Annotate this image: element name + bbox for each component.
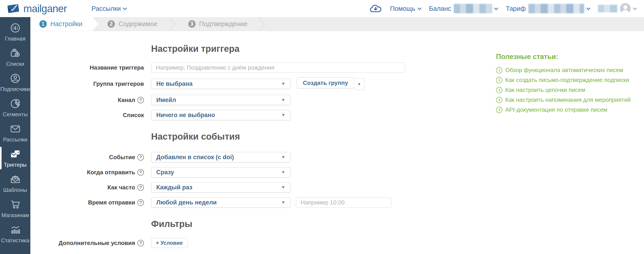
- subscribers-icon: [10, 73, 21, 84]
- statistics-icon: [10, 224, 21, 235]
- sidebar-nav: Главная Списки Подписчики Сег: [0, 17, 30, 254]
- list-label: Список: [30, 112, 151, 119]
- step-label: Настройки: [50, 20, 82, 28]
- caret-down-icon: ▼: [281, 200, 285, 205]
- useful-articles-panel: Полезные статьи: i Обзор функционала авт…: [496, 53, 644, 116]
- chevron-down-icon: [586, 6, 590, 10]
- sidebar-item-triggers[interactable]: Триггеры: [0, 145, 30, 171]
- step-separator: [168, 17, 179, 31]
- when-send-select[interactable]: Сразу ▼: [151, 167, 290, 177]
- when-send-label: Когда отправить ?: [30, 169, 151, 176]
- info-icon: i: [496, 107, 502, 113]
- article-link-label: Как настроить цепочки писем: [505, 87, 585, 93]
- articles-title: Полезные статьи:: [496, 53, 644, 61]
- tariff-menu[interactable]: Тариф: [506, 4, 590, 13]
- help-icon[interactable]: ?: [138, 184, 144, 191]
- help-icon[interactable]: ?: [138, 97, 144, 103]
- step-confirmation[interactable]: 3 Подтверждение: [179, 17, 258, 31]
- avatar-person-icon: [620, 3, 631, 14]
- mailganer-logo[interactable]: mailganer: [7, 3, 67, 15]
- article-link[interactable]: i Как настроить напоминания для мероприя…: [496, 96, 644, 103]
- info-icon: i: [496, 77, 502, 83]
- how-often-label: Как часто ?: [30, 184, 151, 191]
- tariff-label: Тариф: [506, 5, 526, 12]
- nav-mailings-label: Рассылки: [92, 5, 121, 12]
- selected-value: Не выбрана: [156, 80, 192, 87]
- lists-icon: [10, 48, 21, 59]
- trigger-name-input[interactable]: [151, 62, 405, 73]
- sidebar-item-templates[interactable]: Шаблоны: [0, 171, 30, 196]
- logo-text: mailganer: [24, 3, 67, 15]
- wizard-steps: 1 Настройки 2 Содержимое 3 Подтверждение: [30, 17, 644, 31]
- main-area: 1 Настройки 2 Содержимое 3 Подтверждение…: [30, 17, 644, 254]
- step-separator: [258, 17, 269, 31]
- article-link[interactable]: i Как создать письмо-подтверждение подпи…: [496, 77, 644, 84]
- balance-value-redacted: [454, 4, 492, 13]
- article-link[interactable]: i Обзор функционала автоматических писем: [496, 67, 644, 74]
- step-content[interactable]: 2 Содержимое: [98, 17, 168, 31]
- top-header: mailganer Рассылки Помощь Баланс Тариф: [0, 0, 644, 17]
- account-menu[interactable]: [598, 3, 636, 14]
- sidebar-item-shops[interactable]: Магазинам: [0, 196, 30, 221]
- balance-menu[interactable]: Баланс: [429, 4, 498, 13]
- row-event: Событие ? Добавлен в список (с doi) ▼: [30, 152, 644, 162]
- add-condition-button[interactable]: + Условие: [151, 238, 188, 248]
- sidebar-item-statistics[interactable]: Статистика: [0, 221, 30, 246]
- help-menu[interactable]: Помощь: [390, 5, 421, 12]
- info-icon: i: [496, 67, 502, 73]
- create-group-caret-button[interactable]: ▼: [354, 78, 364, 90]
- step-label: Содержимое: [118, 20, 158, 28]
- sidebar-item-subscribers[interactable]: Подписчики: [0, 70, 30, 95]
- row-how-often: Как часто ? Каждый раз ▼: [30, 182, 644, 192]
- step-settings[interactable]: 1 Настройки: [30, 17, 98, 31]
- chevron-down-icon: [494, 6, 498, 10]
- channel-select[interactable]: Имейл ▼: [151, 95, 290, 105]
- selected-value: Сразу: [156, 169, 174, 176]
- mailganer-logo-icon: [7, 3, 20, 14]
- help-icon[interactable]: ?: [138, 154, 144, 161]
- create-group-split-button: Создать группу ▼: [297, 78, 364, 90]
- help-icon[interactable]: ?: [138, 169, 144, 176]
- step-label: Подтверждение: [199, 20, 248, 28]
- help-icon[interactable]: ?: [138, 240, 144, 246]
- article-link[interactable]: i Как настроить цепочки писем: [496, 87, 644, 93]
- sidebar-item-mailings[interactable]: Рассылки: [0, 120, 30, 145]
- tariff-value-redacted: [528, 4, 584, 13]
- templates-icon: [10, 174, 21, 185]
- sidebar-item-lists[interactable]: Списки: [0, 45, 30, 70]
- section-title-event-settings: Настройки события: [151, 131, 644, 142]
- create-group-button[interactable]: Создать группу: [297, 78, 354, 88]
- event-select[interactable]: Добавлен в список (с doi) ▼: [151, 152, 290, 162]
- shopping-cart-icon: [10, 199, 21, 210]
- trigger-group-select[interactable]: Не выбрана ▼: [151, 79, 290, 89]
- row-conditions: Дополнительные условия ? + Условие: [30, 238, 644, 248]
- info-icon: i: [496, 97, 502, 103]
- chevron-down-icon: [633, 6, 637, 10]
- article-link-label: Обзор функционала автоматических писем: [505, 67, 623, 74]
- sidebar-item-label: Подписчики: [0, 86, 30, 92]
- help-menu-label: Помощь: [390, 5, 415, 12]
- article-link[interactable]: i API-документация по отправке писем: [496, 106, 644, 113]
- list-select[interactable]: Ничего не выбрано ▼: [151, 110, 290, 120]
- section-title-trigger-settings: Настройки триггера: [151, 44, 644, 54]
- how-often-select[interactable]: Каждый раз ▼: [151, 182, 290, 192]
- selected-value: Имейл: [156, 97, 176, 104]
- step-number-badge: 1: [39, 20, 47, 28]
- help-icon[interactable]: ?: [138, 199, 144, 206]
- nav-mailings-menu[interactable]: Рассылки: [92, 5, 126, 12]
- selected-value: Каждый раз: [156, 184, 192, 191]
- sidebar-item-home[interactable]: Главная: [0, 19, 30, 45]
- caret-down-icon: ▼: [281, 113, 285, 118]
- trigger-group-label: Группа триггеров: [30, 80, 151, 87]
- send-time-input[interactable]: [296, 197, 391, 208]
- sidebar-item-label: Списки: [6, 61, 24, 67]
- caret-down-icon: ▼: [281, 98, 285, 102]
- channel-label: Канал ?: [30, 97, 151, 104]
- user-avatar[interactable]: [620, 3, 631, 14]
- caret-down-icon: ▼: [281, 185, 285, 190]
- sidebar-item-segments[interactable]: Сегменты: [0, 95, 30, 120]
- event-label: Событие ?: [30, 154, 151, 161]
- section-title-filters: Фильтры: [151, 219, 644, 229]
- send-day-select[interactable]: Любой день недели ▼: [151, 197, 290, 208]
- cloud-download-icon[interactable]: [370, 4, 382, 14]
